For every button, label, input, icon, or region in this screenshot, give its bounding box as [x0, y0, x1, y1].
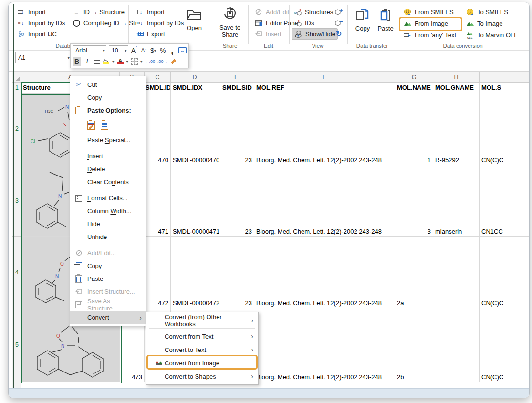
cell-e2[interactable]: 23	[219, 93, 254, 165]
col-header-i[interactable]	[480, 72, 530, 83]
cell-e3[interactable]: 23	[219, 165, 254, 237]
show-hide-button[interactable]: Show/Hide	[292, 28, 338, 40]
cell-g2[interactable]: 1	[395, 93, 433, 165]
submenu-item-convert-to-text[interactable]: Convert to Text ›	[146, 343, 258, 356]
cell-i5[interactable]: CN(C)C	[480, 308, 530, 382]
editor-pane-button[interactable]: Editor Pane	[254, 18, 298, 28]
cell-h3[interactable]: mianserin	[433, 165, 480, 237]
cell-c2[interactable]: 470	[145, 93, 171, 165]
cell-h1[interactable]: MOL.GNAME	[433, 83, 480, 93]
menu-item-hide[interactable]: Hide	[70, 217, 146, 230]
cell-e4[interactable]: 23	[219, 237, 254, 308]
paste-keep-formatting-button[interactable]	[87, 121, 95, 130]
menu-item-convert[interactable]: Convert ›	[70, 311, 146, 324]
borders-caret-icon[interactable]: ▾	[140, 59, 143, 64]
col-header-c[interactable]: C	[145, 72, 171, 83]
borders-lines-button[interactable]	[93, 57, 100, 66]
shrink-font-button[interactable]: Aˇ	[140, 46, 147, 55]
from-image-button[interactable]: From Image	[403, 18, 448, 29]
paste-button[interactable]: Paste	[376, 8, 396, 32]
increase-decimal-button[interactable]: .00→	[157, 57, 168, 66]
font-color-button[interactable]: A	[117, 57, 124, 66]
fill-color-caret-icon[interactable]: ▾	[112, 59, 115, 64]
comma-style-button[interactable]: ,	[169, 46, 176, 55]
cell-c3[interactable]: 471	[145, 165, 171, 237]
menu-item-format-cells[interactable]: Format Cells...	[70, 192, 146, 205]
name-box[interactable]: A1 ▾	[15, 52, 71, 63]
to-marvin-ole-button[interactable]: OLE To Marvin OLE	[466, 30, 518, 40]
to-image-button[interactable]: To Image	[466, 18, 502, 29]
cell-f4[interactable]: Bioorg. Med. Chem. Lett. 12(2)-2002 243-…	[254, 237, 395, 308]
new-structure-button[interactable]	[334, 7, 343, 17]
import-by-ids-button[interactable]: ID↓ Import by IDs	[17, 18, 65, 28]
cell-d3[interactable]: SMDL-00000471	[171, 165, 219, 237]
remove-structure-button[interactable]	[334, 18, 343, 28]
refresh-button[interactable]: ↻	[334, 29, 343, 39]
percent-style-button[interactable]: %	[159, 46, 167, 55]
font-size-select[interactable]: 10▾	[109, 45, 128, 55]
cell-g4[interactable]: 2a	[395, 237, 433, 308]
cell-f1[interactable]: MOL.REF	[254, 83, 395, 93]
cell-g3[interactable]: 3	[395, 165, 433, 237]
submenu-item-convert-from-text[interactable]: Convert from Text ›	[146, 330, 258, 343]
cell-f2[interactable]: Bioorg. Med. Chem. Lett. 12(2)-2002 243-…	[254, 93, 395, 165]
menu-item-column-width[interactable]: Column Width...	[70, 205, 146, 217]
accounting-format-button[interactable]: $▾	[150, 46, 157, 55]
menu-item-paste-special[interactable]: Paste Special...	[70, 134, 146, 146]
open-button[interactable]: Open	[181, 7, 208, 31]
submenu-item-convert-from-other-workbooks[interactable]: Convert (from) Other Workbooks ›	[146, 314, 258, 327]
menu-item-copy[interactable]: Copy	[70, 91, 146, 104]
io-import-button[interactable]: ↓ Import	[136, 7, 165, 17]
cell-h2[interactable]: R-95292	[433, 93, 480, 165]
cell-d2[interactable]: SMDL-00000470	[171, 93, 219, 165]
cell-e1[interactable]: SMDL.SID	[219, 83, 254, 93]
from-smiles-button[interactable]: From SMILES	[403, 7, 454, 17]
cell-i1[interactable]: MOL.S	[480, 83, 530, 93]
paste-values-button[interactable]	[101, 121, 108, 130]
cell-g1[interactable]: MOL.NAME	[395, 83, 433, 93]
cell-h4[interactable]	[433, 237, 480, 308]
cell-i3[interactable]: CN1CC	[480, 165, 530, 237]
submenu-item-convert-to-shapes[interactable]: Convert to Shapes ›	[146, 370, 258, 383]
cell-h5[interactable]	[433, 308, 480, 382]
merge-center-button[interactable]: ↔	[178, 46, 187, 55]
menu-item-unhide[interactable]: Unhide	[70, 230, 146, 243]
cell-i2[interactable]: CN(C)C	[480, 93, 530, 165]
save-to-share-button[interactable]: Save to Share	[216, 6, 244, 38]
cell-c4[interactable]: 472	[145, 237, 171, 308]
cell-c1[interactable]: SMDL.ID	[145, 83, 171, 93]
cell-g5[interactable]: 2b	[395, 308, 433, 382]
import-ijc-button[interactable]: Import IJC	[17, 29, 57, 39]
col-header-d[interactable]: D	[171, 72, 219, 83]
format-painter-button[interactable]	[170, 57, 177, 66]
menu-item-clear-contents[interactable]: Clear Contents	[70, 176, 146, 188]
menu-item-delete[interactable]: Delete	[70, 163, 146, 176]
id-to-structure-button[interactable]: ≡ ID → Structure	[72, 7, 125, 17]
font-name-select[interactable]: Arial▾	[73, 45, 106, 55]
compreg-id-to-str-button[interactable]: CompReg ID → Str	[72, 18, 137, 28]
submenu-item-convert-from-image[interactable]: Convert from Image	[146, 356, 258, 370]
borders-button[interactable]	[131, 57, 138, 66]
from-any-text-button[interactable]: ▸ From 'any' Text	[403, 30, 456, 40]
col-header-h[interactable]: H	[433, 72, 480, 83]
grow-font-button[interactable]: Aˆ	[131, 46, 138, 55]
col-header-f[interactable]: F	[254, 72, 395, 83]
cell-f5[interactable]: Bioorg. Med. Chem. Lett. 12(2)-2002 243-…	[254, 308, 395, 382]
cell-f3[interactable]: Bioorg. Med. Chem. Lett. 12(2)-2002 243-…	[254, 165, 395, 237]
export-button[interactable]: ↑ Export	[136, 29, 165, 39]
cell-i4[interactable]: CN(C)C	[480, 237, 530, 308]
cell-d4[interactable]: SMDL-00000472	[171, 237, 219, 308]
copy-button[interactable]: Copy	[353, 8, 373, 32]
menu-item-structure-copy[interactable]: Copy	[70, 259, 146, 272]
to-smiles-button[interactable]: To SMILES	[466, 7, 508, 17]
menu-item-insert[interactable]: Insert	[70, 150, 146, 163]
view-ids-button[interactable]: ID IDs	[293, 18, 314, 28]
io-import-by-ids-button[interactable]: ID↓ Import by IDs	[136, 18, 184, 28]
cell-d1[interactable]: SMDL.IDX	[171, 83, 219, 93]
italic-button[interactable]: I	[83, 57, 91, 66]
import-button[interactable]: ↓ Import	[17, 7, 46, 17]
col-header-e[interactable]: E	[219, 72, 254, 83]
view-structures-button[interactable]: ID Structures	[293, 7, 333, 17]
decrease-decimal-button[interactable]: ←.00	[145, 57, 156, 66]
menu-item-structure-paste[interactable]: Paste	[70, 272, 146, 285]
